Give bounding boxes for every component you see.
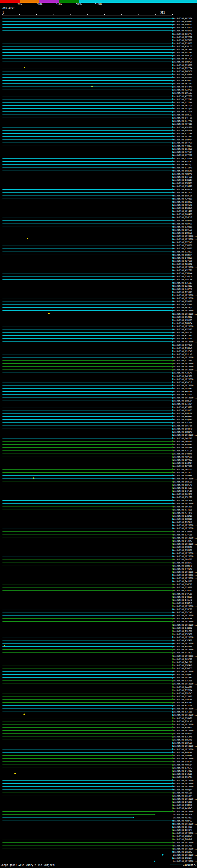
subject-label[interactable]: UniRef100_Q010G8	[173, 813, 197, 816]
alignment-line[interactable]	[2, 796, 172, 796]
alignment-line[interactable]	[2, 509, 172, 510]
subject-label[interactable]: UniRef100_Q59LS1	[173, 229, 197, 231]
subject-label[interactable]: UniRef100_B4W1X4	[173, 751, 197, 754]
subject-label[interactable]: UniRef100_Q5KPB5	[173, 845, 197, 847]
subject-label[interactable]: UniRef100_O16797	[173, 589, 197, 592]
alignment-line[interactable]	[2, 329, 172, 330]
alignment-line[interactable]	[2, 230, 172, 230]
alignment-line[interactable]	[2, 441, 172, 441]
subject-label[interactable]: UniRef100_UPI0000...	[173, 841, 197, 844]
subject-label[interactable]: UniRef100_B6SSQ2	[173, 163, 197, 166]
subject-label[interactable]: UniRef100_UPI0000...	[173, 642, 197, 645]
alignment-line[interactable]	[2, 261, 172, 261]
subject-label[interactable]: UniRef100_A6ID84	[173, 17, 197, 20]
alignment-line[interactable]	[2, 482, 172, 482]
alignment-line[interactable]	[2, 354, 172, 354]
alignment-line[interactable]	[2, 457, 172, 457]
alignment-line[interactable]	[2, 569, 172, 569]
alignment-line[interactable]	[2, 279, 172, 280]
subject-label[interactable]: UniRef100_UPI0000...	[173, 313, 197, 315]
alignment-line[interactable]	[2, 161, 172, 162]
subject-label[interactable]: UniRef100_B3NZH5	[173, 602, 197, 604]
alignment-line[interactable]	[2, 388, 172, 389]
subject-label[interactable]: UniRef100_C9JFX8	[173, 350, 197, 352]
alignment-line[interactable]	[2, 429, 172, 429]
alignment-line[interactable]	[2, 836, 172, 836]
alignment-line[interactable]	[2, 170, 172, 171]
alignment-line[interactable]	[2, 475, 172, 476]
subject-label[interactable]: UniRef100_UPI0000...	[173, 714, 197, 716]
alignment-line[interactable]	[2, 625, 172, 625]
subject-label[interactable]: UniRef100_P40372	[173, 80, 197, 82]
subject-label[interactable]: UniRef100_Q6A7B7	[173, 558, 197, 561]
subject-label[interactable]: UniRef100_P17746	[173, 120, 197, 122]
alignment-line[interactable]	[2, 699, 172, 700]
subject-label[interactable]: UniRef100_B5YM14	[173, 689, 197, 691]
subject-label[interactable]: UniRef100_UPI0000...	[173, 502, 197, 505]
alignment-line[interactable]	[2, 858, 172, 858]
subject-label[interactable]: UniRef100_P49149	[173, 568, 197, 570]
subject-label[interactable]: UniRef100_C8V2U2	[173, 459, 197, 461]
subject-label[interactable]: UniRef100_B5X7J4	[173, 191, 197, 194]
alignment-line[interactable]	[2, 416, 172, 416]
alignment-line[interactable]	[2, 289, 172, 289]
alignment-line[interactable]	[2, 143, 172, 143]
alignment-line[interactable]	[2, 808, 172, 808]
subject-label[interactable]: UniRef100_C3ZMQ4	[173, 462, 197, 464]
alignment-line[interactable]	[2, 320, 172, 320]
subject-label[interactable]: UniRef100_B4L216	[173, 661, 197, 663]
subject-label[interactable]: UniRef100_Q3UB15	[173, 226, 197, 228]
subject-label[interactable]: UniRef100_B2B0T8	[173, 300, 197, 303]
subject-label[interactable]: UniRef100_UPI0000...	[173, 397, 197, 399]
alignment-line[interactable]	[2, 363, 172, 364]
alignment-line[interactable]	[2, 842, 172, 843]
alignment-line[interactable]	[2, 211, 172, 211]
alignment-line[interactable]	[2, 606, 172, 606]
subject-label[interactable]: UniRef100_B8NXF4	[173, 322, 197, 324]
subject-label[interactable]: UniRef100_B1H5W8	[173, 347, 197, 349]
subject-label[interactable]: UniRef100_B8NGD4	[173, 400, 197, 402]
subject-label[interactable]: UniRef100_C4JBL1	[173, 652, 197, 654]
alignment-line[interactable]	[2, 255, 172, 255]
subject-label[interactable]: UniRef100_A1YEJ8	[173, 111, 197, 113]
subject-label[interactable]: UniRef100_Q9Z9X1	[173, 677, 197, 679]
subject-label[interactable]: UniRef100_A92T76	[173, 269, 197, 272]
subject-label[interactable]: UniRef100_A1YE31	[173, 154, 197, 156]
alignment-line[interactable]	[2, 537, 172, 538]
subject-label[interactable]: UniRef100_C5K610	[173, 499, 197, 502]
subject-label[interactable]: UniRef100_UPI0000...	[173, 378, 197, 380]
alignment-line[interactable]	[2, 366, 172, 367]
alignment-line[interactable]	[2, 765, 172, 765]
subject-label[interactable]: UniRef100_Q64E87	[173, 487, 197, 489]
alignment-line[interactable]	[2, 824, 172, 824]
alignment-line[interactable]	[2, 643, 172, 644]
subject-label[interactable]: UniRef100_UPI0000...	[173, 363, 197, 365]
alignment-line[interactable]	[2, 721, 172, 721]
subject-label[interactable]: UniRef100_A3LU50	[173, 422, 197, 424]
alignment-line[interactable]	[2, 214, 172, 214]
alignment-line[interactable]	[2, 631, 172, 631]
subject-label[interactable]: UniRef100_A1USM5	[173, 372, 197, 374]
alignment-line[interactable]	[2, 90, 172, 90]
alignment-line[interactable]	[2, 848, 172, 849]
subject-label[interactable]: UniRef100_A8NYA0	[173, 173, 197, 175]
alignment-line[interactable]	[2, 435, 172, 435]
alignment-line[interactable]	[2, 600, 172, 600]
alignment-line[interactable]	[2, 314, 172, 314]
alignment-line[interactable]	[2, 618, 172, 619]
subject-label[interactable]: UniRef100_Q6TKR0	[173, 39, 197, 41]
alignment-line[interactable]	[2, 687, 172, 687]
alignment-line[interactable]	[2, 814, 154, 815]
subject-label[interactable]: UniRef100_B6K0Y2	[173, 851, 197, 853]
alignment-line[interactable]	[2, 236, 172, 236]
subject-label[interactable]: UniRef100_UPI0000...	[173, 748, 197, 751]
subject-label[interactable]: UniRef100_A0BQ34	[173, 788, 197, 791]
subject-label[interactable]: UniRef100_A59E14	[173, 733, 197, 735]
alignment-line[interactable]	[2, 351, 172, 351]
alignment-line[interactable]	[2, 432, 172, 432]
subject-label[interactable]: UniRef100_A3F4S2	[173, 639, 197, 642]
subject-label[interactable]: UniRef100_UPI0000...	[173, 356, 197, 359]
subject-label[interactable]: UniRef100_C7YPF5	[173, 359, 197, 362]
subject-label[interactable]: UniRef100_Q29SS8	[173, 586, 197, 589]
subject-label[interactable]: UniRef100_UPI0000...	[173, 477, 197, 480]
